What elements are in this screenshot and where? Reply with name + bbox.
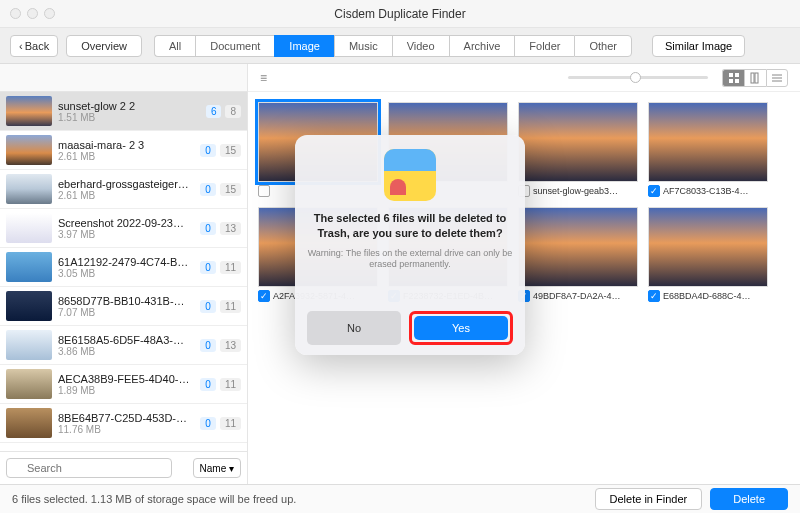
list-item[interactable]: maasai-mara- 2 32.61 MB015: [0, 131, 247, 170]
tab-other[interactable]: Other: [574, 35, 632, 57]
zoom-icon[interactable]: [44, 8, 55, 19]
item-size: 7.07 MB: [58, 307, 194, 318]
thumbnail: [6, 408, 52, 438]
selected-count: 0: [200, 222, 216, 235]
photo-icon: [384, 149, 436, 201]
file-name: AF7C8033-C13B-4…: [663, 186, 749, 196]
thumbnail: [6, 369, 52, 399]
selected-count: 0: [200, 300, 216, 313]
grid-cell[interactable]: ✓49BDF8A7-DA2A-4…: [518, 207, 638, 302]
zoom-slider[interactable]: [568, 76, 708, 79]
thumbnail: [6, 96, 52, 126]
list-item[interactable]: Screenshot 2022-09-23…3.97 MB013: [0, 209, 247, 248]
total-count: 13: [220, 222, 241, 235]
sort-label: Name: [200, 463, 227, 474]
status-text: 6 files selected. 1.13 MB of storage spa…: [12, 493, 296, 505]
list-item[interactable]: 61A12192-2479-4C74-B…3.05 MB011: [0, 248, 247, 287]
delete-button[interactable]: Delete: [710, 488, 788, 510]
tab-document[interactable]: Document: [195, 35, 274, 57]
thumbnail: [6, 135, 52, 165]
footer: 6 files selected. 1.13 MB of storage spa…: [0, 484, 800, 513]
thumbnail: [6, 174, 52, 204]
search-input[interactable]: [6, 458, 172, 478]
list-view-button[interactable]: [766, 69, 788, 87]
list-item[interactable]: 8658D77B-BB10-431B-…7.07 MB011: [0, 287, 247, 326]
checkbox[interactable]: ✓: [258, 290, 270, 302]
columns-view-button[interactable]: [744, 69, 766, 87]
confirm-dialog: The selected 6 files will be deleted to …: [295, 135, 525, 355]
total-count: 15: [220, 144, 241, 157]
total-count: 11: [220, 261, 241, 274]
tab-video[interactable]: Video: [392, 35, 449, 57]
selected-count: 0: [200, 261, 216, 274]
list-item[interactable]: sunset-glow 2 21.51 MB68: [0, 92, 247, 131]
selected-count: 0: [200, 378, 216, 391]
list-item[interactable]: 8E6158A5-6D5F-48A3-…3.86 MB013: [0, 326, 247, 365]
file-name: sunset-glow-geab3…: [533, 186, 618, 196]
selected-count: 6: [206, 105, 222, 118]
dialog-message: The selected 6 files will be deleted to …: [307, 211, 513, 242]
grid-view-button[interactable]: [722, 69, 744, 87]
svg-rect-4: [729, 79, 733, 83]
chevron-left-icon: ‹: [19, 40, 23, 52]
toolbar: ‹ Back Overview AllDocumentImageMusicVid…: [0, 28, 800, 64]
traffic-lights: [0, 8, 55, 19]
svg-rect-5: [735, 79, 739, 83]
thumbnail: [6, 252, 52, 282]
item-name: 61A12192-2479-4C74-B…: [58, 256, 194, 268]
filter-icon[interactable]: ≡: [260, 71, 267, 85]
back-button[interactable]: ‹ Back: [10, 35, 58, 57]
svg-rect-3: [735, 73, 739, 77]
view-mode-toggle: [722, 69, 788, 87]
selected-count: 0: [200, 417, 216, 430]
list-item[interactable]: AECA38B9-FEE5-4D40-…1.89 MB011: [0, 365, 247, 404]
list-item[interactable]: eberhard-grossgasteiger…2.61 MB015: [0, 170, 247, 209]
tab-folder[interactable]: Folder: [514, 35, 574, 57]
tab-all[interactable]: All: [154, 35, 195, 57]
total-count: 8: [225, 105, 241, 118]
grid-cell[interactable]: ✓AF7C8033-C13B-4…: [648, 102, 768, 197]
item-name: 8658D77B-BB10-431B-…: [58, 295, 194, 307]
svg-rect-6: [751, 73, 754, 83]
file-name: E68BDA4D-688C-4…: [663, 291, 751, 301]
thumbnail: [518, 102, 638, 182]
list-item[interactable]: 8BE64B77-C25D-453D-…11.76 MB011: [0, 404, 247, 443]
checkbox[interactable]: ✓: [648, 185, 660, 197]
thumbnail: [6, 213, 52, 243]
no-button[interactable]: No: [307, 311, 401, 345]
titlebar: Cisdem Duplicate Finder: [0, 0, 800, 28]
sidebar-toolbar: [0, 64, 247, 92]
item-name: sunset-glow 2 2: [58, 100, 200, 112]
tab-image[interactable]: Image: [274, 35, 334, 57]
tab-music[interactable]: Music: [334, 35, 392, 57]
total-count: 11: [220, 378, 241, 391]
similar-image-button[interactable]: Similar Image: [652, 35, 745, 57]
yes-highlight: Yes: [409, 311, 513, 345]
minimize-icon[interactable]: [27, 8, 38, 19]
delete-in-finder-button[interactable]: Delete in Finder: [595, 488, 703, 510]
sort-button[interactable]: Name ▾: [193, 458, 241, 478]
duplicate-list: sunset-glow 2 21.51 MB68maasai-mara- 2 3…: [0, 92, 247, 451]
grid-cell[interactable]: ✓E68BDA4D-688C-4…: [648, 207, 768, 302]
overview-button[interactable]: Overview: [66, 35, 142, 57]
yes-button[interactable]: Yes: [414, 316, 508, 340]
grid-cell[interactable]: sunset-glow-geab3…: [518, 102, 638, 197]
checkbox[interactable]: [258, 185, 270, 197]
close-icon[interactable]: [10, 8, 21, 19]
thumbnail: [518, 207, 638, 287]
thumbnail: [648, 102, 768, 182]
dialog-warning: Warning: The files on the external drive…: [307, 248, 513, 271]
item-size: 3.05 MB: [58, 268, 194, 279]
checkbox[interactable]: ✓: [648, 290, 660, 302]
item-size: 2.61 MB: [58, 151, 194, 162]
item-size: 3.97 MB: [58, 229, 194, 240]
window-title: Cisdem Duplicate Finder: [334, 7, 465, 21]
item-name: 8E6158A5-6D5F-48A3-…: [58, 334, 194, 346]
back-label: Back: [25, 40, 49, 52]
item-name: 8BE64B77-C25D-453D-…: [58, 412, 194, 424]
tab-archive[interactable]: Archive: [449, 35, 515, 57]
svg-rect-7: [755, 73, 758, 83]
svg-rect-2: [729, 73, 733, 77]
selected-count: 0: [200, 183, 216, 196]
item-name: AECA38B9-FEE5-4D40-…: [58, 373, 194, 385]
